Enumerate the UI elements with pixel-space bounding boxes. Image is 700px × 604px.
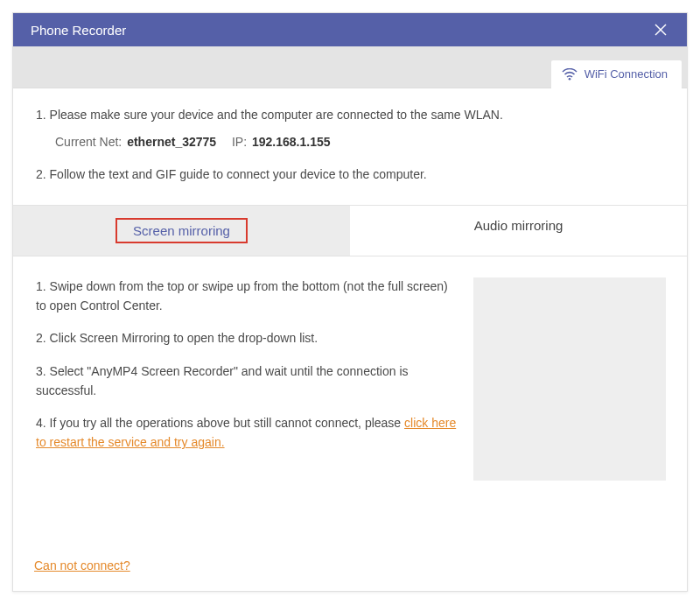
close-button[interactable] xyxy=(648,18,673,42)
network-info: Current Net: ethernet_32775 IP: 192.168.… xyxy=(55,133,664,151)
current-net-value: ethernet_32775 xyxy=(127,135,216,149)
tab-screen-mirroring[interactable]: Screen mirroring xyxy=(13,206,350,256)
guide-gif-placeholder xyxy=(473,277,666,481)
step-1-text: 1. Please make sure your device and the … xyxy=(36,106,664,124)
tab-audio-mirroring[interactable]: Audio mirroring xyxy=(350,206,687,256)
step-2-text: 2. Follow the text and GIF guide to conn… xyxy=(36,165,664,184)
svg-point-2 xyxy=(568,78,570,81)
tab-audio-label: Audio mirroring xyxy=(474,218,564,233)
instruction-1: 1. Swipe down from the top or swipe up f… xyxy=(36,277,458,315)
close-icon xyxy=(654,23,668,37)
instruction-4: 4. If you try all the operations above b… xyxy=(36,414,458,452)
instructions-text: 1. Swipe down from the top or swipe up f… xyxy=(36,277,458,481)
wifi-connection-tab[interactable]: WiFi Connection xyxy=(551,60,682,89)
mirroring-tabs: Screen mirroring Audio mirroring xyxy=(13,205,687,256)
titlebar: Phone Recorder xyxy=(13,13,687,46)
connection-type-bar: WiFi Connection xyxy=(13,46,687,88)
wifi-icon xyxy=(562,68,578,81)
instructions-area: 1. Swipe down from the top or swipe up f… xyxy=(13,256,687,489)
instruction-3: 3. Select "AnyMP4 Screen Recorder" and w… xyxy=(36,362,458,400)
current-net-label: Current Net: xyxy=(55,135,122,149)
footer: Can not connect? xyxy=(13,558,687,591)
window-title: Phone Recorder xyxy=(31,23,126,38)
ip-label: IP: xyxy=(232,135,247,149)
instruction-4-prefix: 4. If you try all the operations above b… xyxy=(36,416,404,430)
wifi-tab-label: WiFi Connection xyxy=(584,67,668,81)
phone-recorder-window: Phone Recorder WiFi Connection 1. Please… xyxy=(12,12,688,592)
setup-steps: 1. Please make sure your device and the … xyxy=(13,88,687,205)
cannot-connect-link[interactable]: Can not connect? xyxy=(34,558,130,572)
ip-value: 192.168.1.155 xyxy=(252,135,331,149)
instruction-2: 2. Click Screen Mirroring to open the dr… xyxy=(36,329,458,348)
tab-screen-label: Screen mirroring xyxy=(116,218,248,243)
